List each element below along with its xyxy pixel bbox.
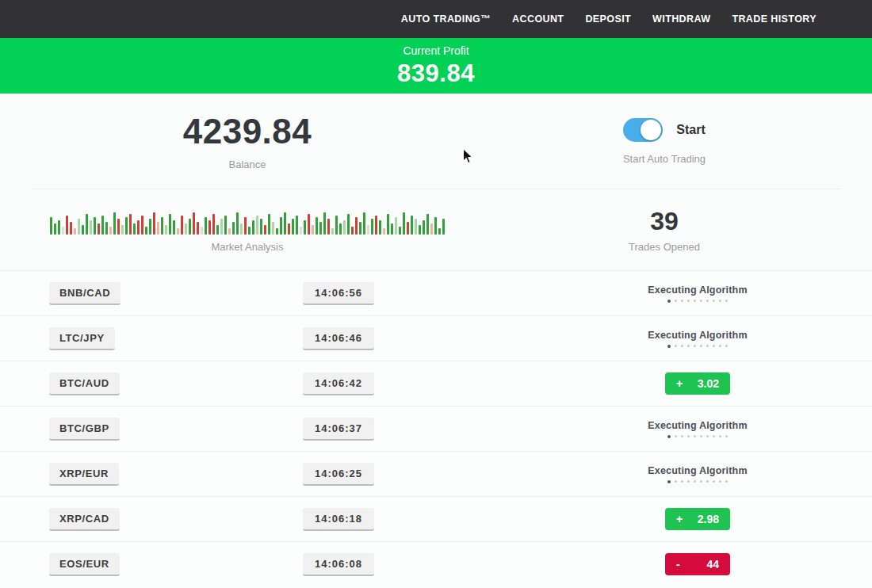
result-cell: Executing Algorithm: [374, 420, 872, 438]
time-badge: 14:06:08: [303, 553, 374, 576]
progress-dot: [725, 345, 728, 347]
pair-cell: BTC/AUD: [32, 372, 303, 395]
candle-bar: [161, 217, 163, 235]
progress-dot: [675, 480, 677, 483]
candle-bar: [208, 220, 211, 235]
progress-dot: [681, 300, 683, 302]
candle-bar: [351, 227, 354, 235]
candle-bar: [224, 216, 227, 235]
progress-dot: [694, 300, 696, 302]
candle-bar: [308, 214, 310, 235]
candle-bar: [403, 212, 405, 235]
auto-trading-toggle[interactable]: [623, 118, 663, 142]
candle-bar: [205, 217, 207, 235]
progress-dot: [694, 435, 696, 437]
candle-bar: [185, 223, 187, 235]
executing-status: Executing Algorithm: [648, 420, 748, 438]
table-row: BNB/CAD14:06:56Executing Algorithm: [0, 270, 872, 315]
progress-dot: [719, 435, 721, 437]
candle-bar: [316, 217, 318, 235]
candle-bar: [201, 227, 203, 235]
time-cell: 14:06:56: [303, 282, 374, 305]
candle-bar: [193, 212, 195, 235]
progress-dots: [667, 435, 728, 438]
progress-dots: [667, 480, 728, 483]
candle-bar: [98, 223, 100, 235]
progress-dot: [675, 300, 677, 302]
table-row: BTC/GBP14:06:37Executing Algorithm: [0, 406, 872, 451]
candle-bar: [133, 223, 136, 235]
nav-item-withdraw[interactable]: WITHDRAW: [652, 13, 710, 25]
candle-bar: [232, 222, 235, 235]
profit-banner: Current Profit 839.84: [0, 38, 872, 94]
candle-bar: [359, 222, 361, 235]
candle-bar: [177, 228, 179, 235]
candle-bar: [272, 222, 274, 235]
toggle-knob: [641, 120, 661, 140]
progress-dot: [681, 435, 683, 437]
progress-dot: [667, 435, 671, 438]
progress-dot: [713, 300, 715, 302]
result-cell: -44: [374, 553, 872, 575]
nav-item-trade-history[interactable]: TRADE HISTORY: [732, 13, 817, 25]
result-cell: +2.98: [374, 508, 872, 530]
candle-bar: [113, 212, 116, 235]
pair-badge: LTC/JPY: [49, 327, 115, 350]
result-cell: +3.02: [374, 372, 872, 395]
candle-bar: [331, 228, 334, 235]
pair-badge: BNB/CAD: [49, 282, 120, 305]
candle-bar: [367, 225, 369, 235]
progress-dots: [667, 300, 728, 303]
progress-dot: [681, 480, 683, 483]
candle-bar: [399, 227, 401, 235]
candle-bar: [94, 217, 96, 235]
candle-bar: [220, 219, 223, 235]
candle-bar: [157, 222, 159, 235]
candle-bar: [288, 223, 290, 235]
result-cell: Executing Algorithm: [374, 465, 872, 483]
candle-bar: [86, 214, 88, 235]
time-badge: 14:06:46: [303, 327, 374, 350]
candle-bar: [292, 219, 294, 235]
candle-bar: [276, 228, 278, 235]
candle-bar: [236, 212, 239, 235]
nav-item-account[interactable]: ACCOUNT: [512, 13, 564, 25]
time-cell: 14:06:08: [303, 553, 374, 576]
progress-dot: [700, 345, 702, 347]
progress-dot: [719, 480, 721, 483]
executing-status: Executing Algorithm: [648, 284, 748, 303]
candle-bar: [284, 212, 286, 235]
candle-bar: [379, 220, 381, 235]
candle-bar: [280, 217, 282, 235]
pair-cell: EOS/EUR: [32, 553, 303, 576]
candle-bar: [264, 225, 266, 235]
progress-dot: [713, 435, 715, 437]
candle-bar: [323, 212, 326, 235]
progress-dot: [713, 480, 715, 483]
pair-badge: XRP/EUR: [49, 463, 119, 486]
candle-bar: [137, 220, 140, 235]
nav-item-auto-trading[interactable]: AUTO TRADING™: [401, 13, 491, 25]
progress-dot: [667, 345, 671, 348]
executing-status: Executing Algorithm: [648, 465, 748, 483]
table-row: EOS/EUR14:06:08-44: [0, 541, 872, 586]
candle-bar: [121, 225, 124, 235]
candle-bar: [256, 216, 258, 235]
candle-bar: [58, 220, 60, 235]
candle-bar: [391, 223, 393, 235]
pair-cell: XRP/EUR: [32, 463, 303, 486]
pair-cell: LTC/JPY: [32, 327, 303, 350]
trade-result-badge: +3.02: [665, 372, 730, 395]
time-badge: 14:06:56: [303, 282, 374, 305]
nav-item-deposit[interactable]: DEPOSIT: [585, 13, 631, 25]
auto-trading-stat: Start Start Auto Trading: [495, 94, 834, 189]
executing-label: Executing Algorithm: [648, 465, 748, 476]
candle-bar: [62, 227, 64, 235]
time-cell: 14:06:46: [303, 327, 374, 350]
balance-label: Balance: [229, 158, 266, 170]
time-badge: 14:06:25: [303, 463, 374, 486]
progress-dot: [725, 300, 728, 302]
executing-status: Executing Algorithm: [648, 330, 748, 348]
balance-value: 4239.84: [183, 112, 312, 151]
candle-bar: [101, 216, 104, 235]
